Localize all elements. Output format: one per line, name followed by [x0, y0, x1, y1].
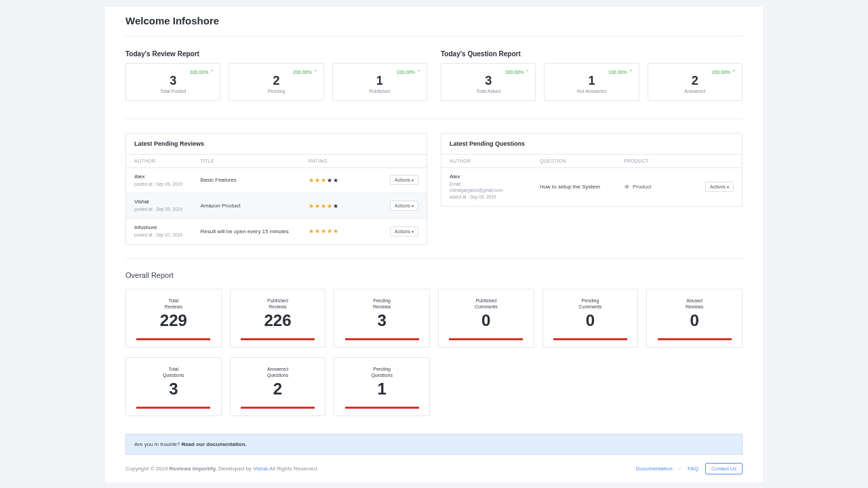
th-rating: RATING: [300, 155, 378, 168]
caret-down-icon: ▾: [412, 230, 414, 234]
overall-card-r2-1: AnsweredQuestions2: [230, 357, 326, 416]
notice-bar: Are you in trouble? Read our documentati…: [125, 434, 743, 455]
pending-reviews-title: Latest Pending Reviews: [126, 134, 427, 155]
stat-label: Published: [338, 89, 421, 94]
footer-copyright: Copyright © 2019 Reviews Importify. Deve…: [125, 466, 318, 472]
stat-label: Answered: [654, 89, 736, 94]
overall-card-label: PendingQuestions: [334, 366, 429, 378]
stat-card-review-2: 100.00% ⌃1Published: [332, 63, 427, 101]
stat-label: Not Answered: [550, 89, 633, 94]
posted-at: posted at : Sep 09, 2019: [134, 206, 184, 213]
overall-card-r2-0: TotalQuestions3: [125, 357, 222, 416]
caret-down-icon: ▾: [412, 204, 414, 208]
stat-card-review-0: 300.00% ⌃3Total Posted: [125, 63, 220, 101]
page-title: Welcome Infoshore: [125, 7, 743, 37]
review-title: Basic Features: [200, 177, 236, 183]
actions-dropdown[interactable]: Actions ▾: [390, 201, 418, 211]
overall-card-number: 3: [126, 380, 221, 399]
stat-label: Pending: [235, 89, 317, 94]
overall-card-number: 0: [439, 311, 534, 330]
actions-dropdown[interactable]: Actions ▾: [390, 226, 418, 237]
th-author: AUTHOR: [126, 155, 192, 168]
star-icon: ★: [315, 177, 321, 184]
overall-card-number: 229: [126, 311, 221, 330]
author-name: Infoshore: [134, 224, 184, 230]
review-title: Amazon Product: [200, 203, 240, 209]
overall-card-r1-3: PublishedComments0: [438, 289, 534, 348]
footer-dev-link[interactable]: Vishal.: [253, 466, 269, 472]
author-name: Vishal: [134, 199, 184, 205]
posted-at: posted at : Sep 07, 2019: [134, 232, 184, 239]
contact-us-button[interactable]: Contact Us: [705, 463, 743, 474]
star-icon: ★: [327, 203, 333, 209]
progress-bar: [241, 338, 315, 340]
overall-card-label: AnsweredQuestions: [231, 366, 326, 378]
th-question: QUESTION: [532, 155, 616, 168]
overall-label: Overall Report: [125, 258, 743, 289]
product-link[interactable]: 👁 Product: [624, 184, 652, 190]
progress-bar: [345, 407, 419, 409]
overall-card-r1-2: PendingReviews3: [334, 289, 430, 348]
progress-bar: [553, 338, 627, 340]
notice-text: Are you in trouble?: [134, 441, 181, 447]
progress-bar: [658, 338, 732, 340]
star-icon: ★: [321, 177, 327, 184]
question-text: How to setup the System: [540, 184, 600, 190]
notice-link[interactable]: Read our documentation.: [181, 441, 246, 447]
question-meta: Email :vishalgargabol@gmail.comasked at …: [450, 181, 524, 201]
th-product: PRODUCT: [616, 155, 694, 168]
stat-card-question-0: 300.00% ⌃3Total Asked: [441, 63, 536, 101]
review-row: Alexposted at : Sep 09, 2019Basic Featur…: [126, 167, 427, 193]
footer-doc-link[interactable]: Documentation: [636, 466, 673, 472]
pending-questions-title: Latest Pending Questions: [441, 134, 742, 155]
eye-icon: 👁: [624, 184, 630, 190]
stat-number: 3: [447, 74, 530, 89]
caret-down-icon: ▾: [727, 185, 729, 189]
star-icon: ★: [321, 203, 327, 209]
question-row: AlexEmail :vishalgargabol@gmail.comasked…: [441, 167, 742, 206]
overall-card-number: 0: [647, 311, 742, 330]
star-icon: ★: [321, 228, 327, 235]
chevron-up-icon: ⌃: [732, 69, 736, 75]
stat-number: 1: [338, 74, 421, 89]
stat-number: 3: [132, 74, 214, 89]
overall-card-r2-2: PendingQuestions1: [334, 357, 430, 416]
chevron-up-icon: ⌃: [313, 69, 318, 75]
stat-number: 1: [550, 74, 633, 89]
overall-card-label: AbusedReviews: [647, 298, 742, 310]
overall-card-number: 1: [334, 380, 429, 399]
overall-card-label: PendingReviews: [334, 298, 429, 310]
pending-reviews-panel: Latest Pending Reviews AUTHOR TITLE RATI…: [125, 133, 427, 245]
review-row: Infoshoreposted at : Sep 07, 2019Result …: [126, 219, 427, 244]
stat-card-question-2: 200.00% ⌃2Answered: [648, 63, 743, 101]
actions-dropdown[interactable]: Actions ▾: [705, 182, 734, 192]
chevron-up-icon: ⌃: [416, 69, 421, 75]
rating-stars: ★★★★★: [309, 228, 339, 235]
posted-at: posted at : Sep 09, 2019: [134, 181, 184, 188]
review-title: Result will be open every 15 minutes: [200, 228, 288, 235]
overall-card-number: 0: [543, 311, 638, 330]
star-icon: ★: [309, 228, 315, 235]
stat-label: Total Posted: [132, 89, 214, 94]
author-name: Alex: [450, 174, 524, 180]
stat-card-question-1: 100.00% ⌃1Not Answered: [544, 63, 639, 101]
actions-dropdown[interactable]: Actions ▾: [390, 175, 418, 185]
progress-bar: [449, 338, 523, 340]
overall-card-label: PendingComments: [543, 298, 638, 310]
star-icon: ★: [315, 228, 321, 235]
rating-stars: ★★★★★: [309, 177, 339, 184]
footer-faq-link[interactable]: FAQ: [688, 466, 698, 472]
author-name: Alex: [134, 174, 184, 180]
star-icon: ★: [333, 177, 339, 184]
overall-card-label: PublishedReviews: [231, 298, 326, 310]
overall-card-r1-0: TotalReviews229: [125, 289, 222, 348]
star-icon: ★: [315, 203, 321, 209]
pending-questions-panel: Latest Pending Questions AUTHOR QUESTION…: [441, 133, 743, 207]
stat-label: Total Asked: [447, 89, 530, 94]
stat-number: 2: [235, 74, 317, 89]
overall-card-label: PublishedComments: [439, 298, 534, 310]
progress-bar: [241, 407, 315, 409]
star-icon: ★: [333, 203, 339, 209]
star-icon: ★: [333, 228, 339, 235]
chevron-up-icon: ⌃: [210, 69, 214, 75]
